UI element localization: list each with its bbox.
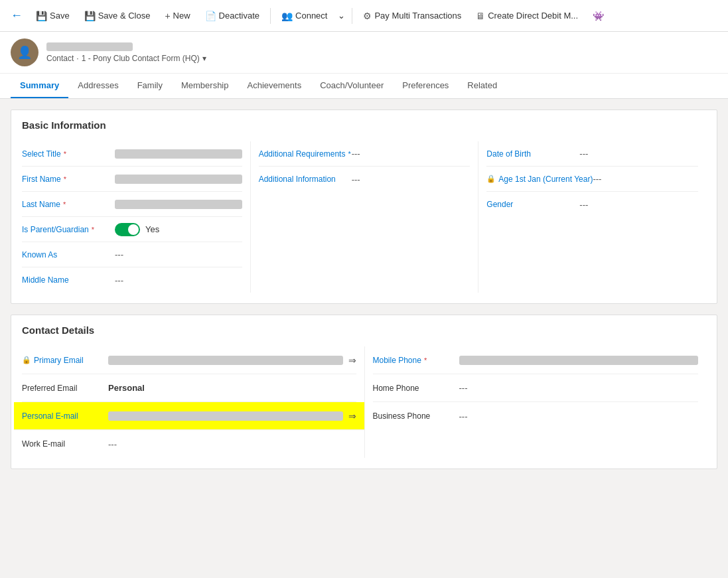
tab-preferences[interactable]: Preferences	[393, 74, 458, 98]
separator-1	[270, 8, 271, 24]
deactivate-button[interactable]: 📄 Deactivate	[198, 7, 266, 25]
tab-addresses[interactable]: Addresses	[68, 74, 127, 98]
mobile-phone-required: *	[424, 356, 427, 364]
primary-email-value[interactable]	[108, 356, 343, 365]
breadcrumb: Contact · 1 - Pony Club Contact Form (HQ…	[46, 54, 206, 63]
last-name-row: Last Name *	[22, 192, 242, 217]
tab-related[interactable]: Related	[458, 74, 506, 98]
gender-row: Gender ---	[486, 192, 698, 217]
personal-email-send-icon[interactable]: ⇒	[348, 411, 356, 421]
new-button[interactable]: + New	[158, 7, 196, 25]
more-icon: 👾	[593, 11, 604, 21]
last-name-required: *	[63, 200, 66, 208]
basic-info-grid: Select Title * First Name *	[22, 141, 706, 293]
basic-info-col3: Date of Birth --- 🔒 Age 1st Jan (Current…	[478, 141, 706, 293]
is-parent-label: Is Parent/Guardian *	[22, 225, 115, 234]
last-name-value[interactable]	[115, 200, 242, 209]
additional-req-blue-star: *	[348, 150, 350, 158]
save-button[interactable]: 💾 Save	[29, 7, 76, 25]
avatar-icon: 👤	[17, 45, 32, 60]
avatar: 👤	[11, 38, 38, 66]
mobile-phone-label: Mobile Phone *	[373, 356, 459, 365]
personal-email-label: Personal E-mail	[22, 411, 108, 421]
save-close-button[interactable]: 💾 Save & Close	[78, 7, 157, 25]
new-icon: +	[165, 11, 170, 21]
breadcrumb-dropdown-button[interactable]: ▾	[202, 54, 206, 63]
tab-summary[interactable]: Summary	[11, 74, 68, 98]
business-phone-row: Business Phone ---	[373, 402, 699, 430]
pay-multi-icon: ⚙	[363, 11, 372, 21]
record-name-blurred	[46, 42, 133, 51]
business-phone-label: Business Phone	[373, 411, 459, 421]
personal-email-value[interactable]	[108, 411, 343, 421]
contact-details-title: Contact Details	[11, 315, 717, 341]
first-name-value[interactable]	[115, 175, 242, 184]
work-email-row: Work E-mail ---	[22, 430, 356, 458]
basic-info-body: Select Title * First Name *	[11, 136, 717, 303]
additional-req-row: Additional Requirements * ---	[259, 141, 471, 167]
additional-info-row: Additional Information ---	[259, 167, 471, 192]
record-header: 👤 Contact · 1 - Pony Club Contact Form (…	[0, 32, 728, 74]
preferred-email-label: Preferred Email	[22, 384, 108, 393]
middle-name-row: Middle Name ---	[22, 267, 242, 293]
tab-coach-volunteer[interactable]: Coach/Volunteer	[311, 74, 393, 98]
preferred-email-value[interactable]: Personal	[108, 383, 356, 393]
middle-name-label: Middle Name	[22, 275, 115, 285]
select-title-value[interactable]	[115, 149, 242, 159]
first-name-required: *	[64, 175, 66, 183]
gender-label: Gender	[486, 200, 579, 209]
primary-email-lock-icon: 🔒	[22, 356, 31, 364]
connect-dropdown-button[interactable]: ⌄	[335, 7, 348, 25]
home-phone-value[interactable]: ---	[459, 383, 699, 393]
is-parent-row: Is Parent/Guardian * Yes	[22, 217, 242, 242]
contact-details-card: Contact Details 🔒 Primary Email ⇒	[11, 315, 717, 469]
connect-icon: 👥	[281, 11, 293, 21]
contact-col-right: Mobile Phone * Home Phone --- Busines	[364, 346, 707, 458]
is-parent-toggle[interactable]	[115, 223, 140, 236]
middle-name-value[interactable]: ---	[115, 275, 242, 285]
basic-info-col1: Select Title * First Name *	[22, 141, 250, 293]
dob-row: Date of Birth ---	[486, 141, 698, 167]
primary-email-row: 🔒 Primary Email ⇒	[22, 346, 356, 374]
work-email-value[interactable]: ---	[108, 439, 356, 449]
additional-info-value[interactable]: ---	[352, 175, 471, 184]
basic-info-title: Basic Information	[11, 110, 717, 136]
create-debit-button[interactable]: 🖥 Create Direct Debit M...	[469, 7, 585, 25]
additional-req-label: Additional Requirements *	[259, 149, 352, 159]
known-as-value[interactable]: ---	[115, 250, 242, 259]
is-parent-value: Yes	[145, 224, 159, 234]
is-parent-toggle-container: Yes	[115, 223, 159, 236]
age-row: 🔒 Age 1st Jan (Current Year) ---	[486, 167, 698, 192]
tab-achievements[interactable]: Achievements	[238, 74, 311, 98]
record-info: Contact · 1 - Pony Club Contact Form (HQ…	[46, 42, 206, 63]
connect-button[interactable]: 👥 Connect	[275, 7, 334, 25]
is-parent-required: *	[92, 226, 94, 234]
select-title-row: Select Title *	[22, 141, 242, 167]
save-icon: 💾	[36, 11, 47, 21]
home-phone-row: Home Phone ---	[373, 374, 699, 402]
tab-family[interactable]: Family	[128, 74, 172, 98]
business-phone-value[interactable]: ---	[459, 411, 699, 421]
create-debit-icon: 🖥	[476, 11, 485, 21]
deactivate-icon: 📄	[205, 11, 216, 21]
contact-col-left: 🔒 Primary Email ⇒ Preferred Email Person…	[22, 346, 364, 458]
gender-value[interactable]: ---	[579, 200, 698, 210]
mobile-phone-row: Mobile Phone *	[373, 346, 699, 374]
additional-req-value[interactable]: ---	[352, 149, 471, 159]
contact-details-grid: 🔒 Primary Email ⇒ Preferred Email Person…	[22, 346, 706, 458]
pay-multi-button[interactable]: ⚙ Pay Multi Transactions	[356, 7, 468, 25]
known-as-row: Known As ---	[22, 242, 242, 267]
select-title-required: *	[64, 150, 66, 158]
work-email-label: Work E-mail	[22, 439, 108, 449]
tab-membership[interactable]: Membership	[172, 74, 238, 98]
back-button[interactable]: ←	[5, 5, 28, 27]
primary-email-send-icon[interactable]: ⇒	[348, 355, 356, 366]
age-lock-icon: 🔒	[486, 175, 496, 183]
select-title-label: Select Title *	[22, 149, 115, 159]
known-as-label: Known As	[22, 250, 115, 259]
mobile-phone-value[interactable]	[459, 356, 699, 365]
first-name-label: First Name *	[22, 175, 115, 184]
more-button[interactable]: 👾	[586, 7, 611, 25]
dob-label: Date of Birth	[486, 149, 579, 159]
dob-value[interactable]: ---	[579, 149, 698, 159]
